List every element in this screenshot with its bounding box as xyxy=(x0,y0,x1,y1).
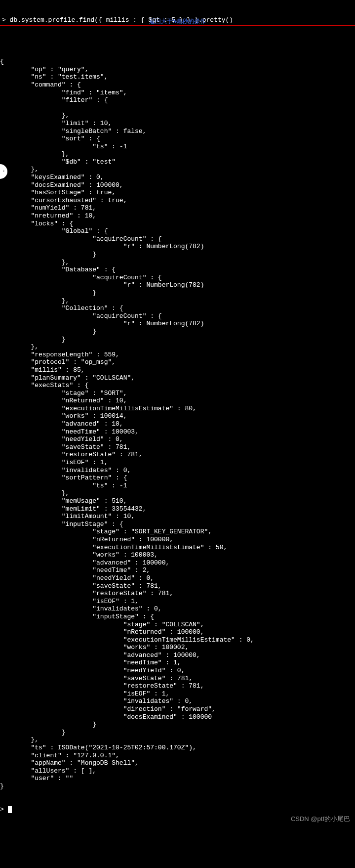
end-prompt[interactable]: > xyxy=(0,806,355,814)
json-output: { "op" : "query", "ns" : "test.items", "… xyxy=(0,58,355,790)
prompt-text: > xyxy=(0,806,8,813)
watermark-text: CSDN @ptf的小尾巴 xyxy=(291,815,350,823)
terminal-output[interactable]: > db.system.profile.find({ millis : { $g… xyxy=(0,0,355,829)
cursor xyxy=(8,806,12,813)
prompt-prefix: > xyxy=(2,16,10,24)
annotation-text: 返回大于5毫秒的操作 xyxy=(149,18,206,25)
